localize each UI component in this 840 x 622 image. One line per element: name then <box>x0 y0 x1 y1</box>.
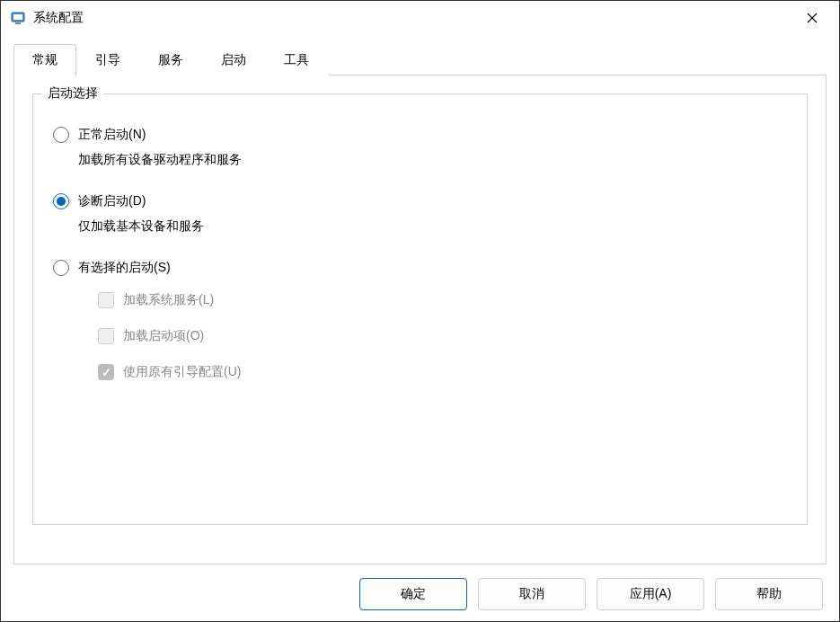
window-title: 系统配置 <box>33 10 794 26</box>
close-button[interactable] <box>794 4 830 31</box>
dialog-button-row: 确定 取消 应用(A) 帮助 <box>13 578 827 610</box>
checkbox-label: 加载启动项(O) <box>123 328 204 344</box>
ok-button[interactable]: 确定 <box>359 578 467 610</box>
checkbox-label: 使用原有引导配置(U) <box>123 364 241 380</box>
checkbox-load-startup-items: 加载启动项(O) <box>98 328 787 344</box>
radio-icon <box>53 127 69 143</box>
tab-services[interactable]: 服务 <box>139 44 202 76</box>
checkbox-icon <box>98 328 114 344</box>
app-icon <box>10 10 26 26</box>
radio-selective-startup[interactable]: 有选择的启动(S) <box>53 260 787 276</box>
titlebar: 系统配置 <box>1 1 839 35</box>
close-icon <box>807 13 818 23</box>
cancel-button[interactable]: 取消 <box>478 578 586 610</box>
content-area: 常规 引导 服务 启动 工具 启动选择 正常启动(N) 加载所有设备驱动程序和服… <box>1 35 839 622</box>
checkbox-use-original-boot-config: 使用原有引导配置(U) <box>98 364 787 380</box>
tab-panel-general: 启动选择 正常启动(N) 加载所有设备驱动程序和服务 诊断启动(D) 仅加载基本… <box>13 75 827 564</box>
help-button[interactable]: 帮助 <box>715 578 823 610</box>
normal-startup-desc: 加载所有设备驱动程序和服务 <box>78 152 787 168</box>
tab-general[interactable]: 常规 <box>13 44 76 76</box>
radio-label: 诊断启动(D) <box>78 193 146 209</box>
tab-strip: 常规 引导 服务 启动 工具 <box>13 44 827 76</box>
tab-tools[interactable]: 工具 <box>265 44 328 76</box>
radio-label: 正常启动(N) <box>78 127 146 143</box>
svg-rect-1 <box>13 14 22 20</box>
diagnostic-startup-desc: 仅加载基本设备和服务 <box>78 218 787 235</box>
checkbox-load-system-services: 加载系统服务(L) <box>98 292 787 308</box>
startup-selection-fieldset: 启动选择 正常启动(N) 加载所有设备驱动程序和服务 诊断启动(D) 仅加载基本… <box>32 93 808 525</box>
selective-checkboxes: 加载系统服务(L) 加载启动项(O) 使用原有引导配置(U) <box>98 292 787 380</box>
svg-rect-2 <box>15 22 21 24</box>
radio-icon <box>53 193 69 209</box>
fieldset-legend: 启动选择 <box>42 85 103 102</box>
radio-icon <box>53 260 69 276</box>
tab-startup[interactable]: 启动 <box>202 44 265 76</box>
tab-boot[interactable]: 引导 <box>76 44 139 76</box>
apply-button[interactable]: 应用(A) <box>597 578 704 610</box>
radio-label: 有选择的启动(S) <box>78 260 171 276</box>
checkbox-icon <box>98 364 114 380</box>
radio-diagnostic-startup[interactable]: 诊断启动(D) <box>53 193 787 209</box>
checkbox-label: 加载系统服务(L) <box>123 292 214 308</box>
radio-normal-startup[interactable]: 正常启动(N) <box>53 127 787 143</box>
checkbox-icon <box>98 292 114 308</box>
